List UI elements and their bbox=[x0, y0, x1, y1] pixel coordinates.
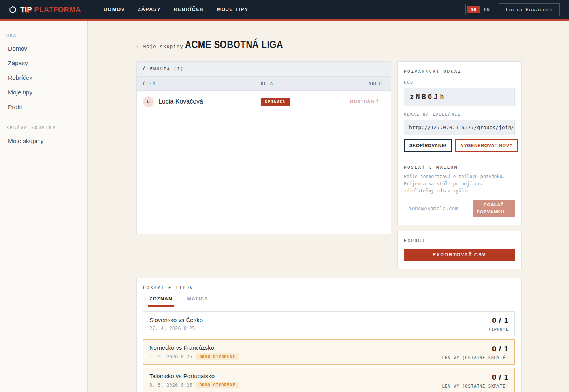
tip-status: TIPNUTÉ bbox=[488, 327, 509, 332]
export-csv-button[interactable]: EXPORTOVAŤ CSV bbox=[404, 249, 515, 261]
export-panel: EXPORT EXPORTOVAŤ CSV bbox=[397, 231, 522, 269]
brand-logo[interactable]: TIPPLATFORMA bbox=[9, 5, 89, 14]
tip-count: 0 / 1 bbox=[442, 345, 509, 353]
list-item-match-1[interactable]: Slovensko vs Česko 27. 4. 2026 0:25 0 / … bbox=[143, 311, 515, 336]
back-to-groups-link[interactable]: ← Moje skupiny bbox=[136, 43, 183, 49]
sidebar-item-profil[interactable]: Profil bbox=[6, 100, 81, 114]
members-panel-header: ČLENOVIA (1) bbox=[137, 62, 391, 77]
sidebar-item-moje-skupiny[interactable]: Moje skupiny bbox=[6, 134, 81, 148]
column-member: ČLEN bbox=[143, 81, 261, 86]
brand-platforma: PLATFORMA bbox=[34, 5, 81, 14]
table-row: L Lucia Kováčová SPRÁVCA ODSTRÁNIŤ bbox=[137, 91, 391, 112]
back-link-label: Moje skupiny bbox=[143, 43, 183, 49]
share-link-label: ODKAZ NA ZDIEĽANIE bbox=[404, 112, 515, 117]
topnav-moje-tipy[interactable]: MOJE TIPY bbox=[217, 7, 249, 12]
remove-member-button[interactable]: ODSTRÁNIŤ bbox=[345, 96, 384, 107]
tip-count: 0 / 1 bbox=[488, 316, 509, 325]
share-link-value[interactable]: http://127.0.0.1:5377/groups/join/zNBOJh bbox=[404, 120, 515, 135]
top-bar: TIPPLATFORMA DOMOV ZÁPASY REBRÍČEK MOJE … bbox=[0, 0, 569, 21]
hexagon-logo-icon bbox=[9, 6, 16, 13]
column-role: ROLA bbox=[261, 81, 369, 86]
list-item-match-2[interactable]: Nemecko vs Francúzsko 1. 5. 2026 0:25 OK… bbox=[143, 339, 515, 365]
topnav-rebricek[interactable]: REBRÍČEK bbox=[173, 7, 204, 12]
user-menu-button[interactable]: Lucia Kováčová bbox=[499, 3, 560, 16]
match-title: Taliansko vs Portugalsko bbox=[149, 373, 239, 379]
avatar: L bbox=[143, 96, 154, 107]
invite-code-value: zNBOJh bbox=[404, 88, 515, 106]
sidebar-section-sprava-skupiny: SPRÁVA SKUPINY bbox=[6, 126, 81, 130]
window-open-badge: OKNO OTVORENÉ bbox=[196, 382, 238, 388]
coverage-title: POKRYTIE TIPOV bbox=[143, 285, 515, 290]
match-date: 3. 5. 2026 0:25 bbox=[149, 383, 192, 388]
topnav-domov[interactable]: DOMOV bbox=[104, 7, 125, 12]
divider bbox=[404, 159, 515, 159]
main-area: ← Moje skupiny ACME SOBOTNÁ LIGA ČLENOVI… bbox=[88, 21, 569, 392]
send-email-description: Pošle jednorazovú e-mailovú pozvánku. Pr… bbox=[404, 173, 515, 194]
topnav-zapasy[interactable]: ZÁPASY bbox=[138, 7, 161, 12]
generate-new-link-button[interactable]: VYGENEROVAŤ NOVÝ bbox=[455, 139, 518, 152]
sidebar-item-moje-tipy[interactable]: Moje tipy bbox=[6, 85, 81, 100]
tab-matica[interactable]: MATICA bbox=[187, 296, 208, 306]
invite-link-panel: POZVÁNKOVÝ ODKAZ KÓD zNBOJh ODKAZ NA ZDI… bbox=[397, 61, 522, 225]
column-actions: AKCIE bbox=[369, 81, 384, 86]
email-field[interactable] bbox=[404, 200, 469, 217]
tip-status: LEN VY (OSTATNÉ SKRYTÉ) bbox=[442, 355, 509, 360]
page-title: ACME SOBOTNÁ LIGA bbox=[185, 39, 283, 51]
tip-count: 0 / 1 bbox=[442, 373, 509, 382]
sidebar-section-hra: HRA bbox=[6, 33, 81, 38]
brand-tip: TIP bbox=[20, 5, 32, 14]
role-badge: SPRÁVCA bbox=[261, 98, 290, 106]
sidebar-item-zapasy[interactable]: Zápasy bbox=[6, 56, 81, 70]
copy-link-button[interactable]: SKOPÍROVANÉ! bbox=[404, 139, 452, 152]
members-panel: ČLENOVIA (1) ČLEN ROLA AKCIE L Lucia Kov… bbox=[136, 61, 391, 234]
back-arrow-icon: ← bbox=[136, 43, 140, 49]
invite-panel-title: POZVÁNKOVÝ ODKAZ bbox=[404, 69, 515, 74]
match-date: 1. 5. 2026 0:25 bbox=[149, 354, 192, 360]
export-label: EXPORT bbox=[404, 238, 515, 243]
tip-coverage-panel: POKRYTIE TIPOV ZOZNAM MATICA Slovensko v… bbox=[136, 278, 522, 392]
tab-zoznam[interactable]: ZOZNAM bbox=[149, 296, 173, 306]
match-date: 27. 4. 2026 0:25 bbox=[149, 326, 195, 331]
sidebar-item-rebricek[interactable]: Rebríček bbox=[6, 71, 81, 85]
coverage-tabs: ZOZNAM MATICA bbox=[143, 296, 515, 306]
code-label: KÓD bbox=[404, 80, 515, 85]
right-column: POZVÁNKOVÝ ODKAZ KÓD zNBOJh ODKAZ NA ZDI… bbox=[397, 61, 522, 269]
tip-status: LEN VY (OSTATNÉ SKRYTÉ) bbox=[442, 384, 509, 388]
topbar-right: SK EN Lucia Kováčová bbox=[465, 3, 560, 16]
brand-text: TIPPLATFORMA bbox=[20, 5, 81, 14]
list-item-match-3[interactable]: Taliansko vs Portugalsko 3. 5. 2026 0:25… bbox=[143, 368, 515, 392]
sidebar-item-domov[interactable]: Domov bbox=[6, 41, 81, 56]
match-title: Slovensko vs Česko bbox=[149, 317, 203, 323]
top-navigation: DOMOV ZÁPASY REBRÍČEK MOJE TIPY bbox=[104, 7, 465, 12]
send-invite-button[interactable]: POSLAŤ POZVÁNKU → bbox=[473, 200, 515, 217]
lang-sk-active[interactable]: SK bbox=[467, 6, 480, 13]
lang-en[interactable]: EN bbox=[484, 7, 490, 12]
members-table-header: ČLEN ROLA AKCIE bbox=[137, 77, 391, 91]
window-open-badge: OKNO OTVORENÉ bbox=[196, 353, 238, 360]
member-name: Lucia Kováčová bbox=[158, 98, 203, 105]
sidebar: HRA Domov Zápasy Rebríček Moje tipy Prof… bbox=[0, 21, 88, 392]
language-toggle[interactable]: SK EN bbox=[465, 4, 494, 15]
match-list: Slovensko vs Česko 27. 4. 2026 0:25 0 / … bbox=[143, 311, 515, 392]
send-email-title: POSLAŤ E-MAILOM bbox=[404, 165, 515, 170]
match-title: Nemecko vs Francúzsko bbox=[149, 344, 239, 351]
